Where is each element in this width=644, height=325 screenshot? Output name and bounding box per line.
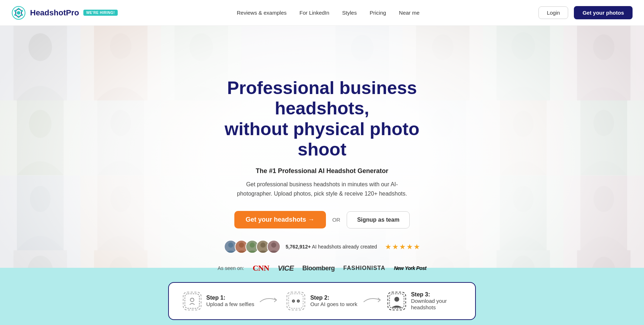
bloomberg-logo: Bloomberg <box>302 265 335 272</box>
navbar-right: Login Get your photos <box>538 6 633 19</box>
svg-point-7 <box>14 10 16 12</box>
star-3: ★ <box>399 242 406 251</box>
step-1: Step 1: Upload a few selfies <box>180 292 257 310</box>
step-2-text: Step 2: Our AI goes to work <box>310 295 357 307</box>
svg-point-70 <box>293 300 294 301</box>
step-arrow-1 <box>259 295 281 308</box>
cta-row: Get your headshots → OR Signup as team <box>208 211 436 228</box>
svg-rect-63 <box>185 294 199 309</box>
svg-point-73 <box>394 297 399 302</box>
step-1-text: Step 1: Upload a few selfies <box>206 295 254 307</box>
navbar-left: HeadshotPro WE'RE HIRING! <box>11 6 118 20</box>
svg-point-60 <box>250 242 255 247</box>
svg-point-71 <box>298 300 299 301</box>
main-nav: Reviews & examples For LinkedIn Styles P… <box>237 10 420 16</box>
or-label: OR <box>332 217 341 223</box>
star-rating: ★ ★ ★ ★ ★ <box>385 242 420 251</box>
social-proof: 5,762,912+ AI headshots already created … <box>208 240 436 253</box>
svg-point-59 <box>239 242 244 247</box>
svg-rect-67 <box>289 294 303 309</box>
nav-near-me[interactable]: Near me <box>399 10 420 16</box>
step-arrow-2 <box>363 295 385 308</box>
nav-linkedin[interactable]: For LinkedIn <box>299 10 329 16</box>
logo-icon <box>11 6 26 20</box>
step-3-icon <box>387 292 406 310</box>
svg-point-6 <box>14 14 16 16</box>
step-1-icon <box>183 292 201 310</box>
avatar-5 <box>267 240 280 253</box>
svg-point-4 <box>21 14 23 16</box>
get-headshots-button[interactable]: Get your headshots → <box>234 211 326 228</box>
star-2: ★ <box>392 242 399 251</box>
svg-rect-65 <box>191 299 191 299</box>
svg-point-62 <box>271 242 276 247</box>
logo-text: HeadshotPro <box>30 8 79 18</box>
hiring-badge: WE'RE HIRING! <box>83 10 118 16</box>
login-button[interactable]: Login <box>538 6 568 19</box>
fashionista-logo: FASHIONISTA <box>343 265 385 271</box>
vice-logo: VICE <box>278 264 294 272</box>
avatar-stack <box>224 240 280 253</box>
svg-point-5 <box>18 16 20 18</box>
nypost-logo: New York Post <box>394 265 426 271</box>
star-5: ★ <box>414 242 420 251</box>
get-photos-button[interactable]: Get your photos <box>574 6 633 19</box>
proof-text: 5,762,912+ AI headshots already created <box>286 244 377 250</box>
cnn-logo: CNN <box>253 264 269 273</box>
step-3: Step 3: Download your headshots <box>387 291 464 311</box>
hero-description: Get professional business headshots in m… <box>229 180 415 198</box>
nav-styles[interactable]: Styles <box>342 10 357 16</box>
step-3-text: Step 3: Download your headshots <box>411 291 464 311</box>
svg-point-2 <box>18 8 20 10</box>
steps-section: Step 1: Upload a few selfies <box>0 268 644 325</box>
svg-point-64 <box>190 298 194 302</box>
star-1: ★ <box>385 242 391 251</box>
step-2-icon <box>287 292 305 310</box>
svg-point-1 <box>17 11 20 15</box>
as-seen-row: As seen on: CNN VICE Bloomberg FASHIONIS… <box>208 264 436 273</box>
as-seen-label: As seen on: <box>218 265 244 271</box>
hero-content: Professional business headshots, without… <box>200 78 444 273</box>
svg-point-58 <box>228 242 233 247</box>
svg-point-3 <box>21 10 23 12</box>
hero-title: Professional business headshots, without… <box>208 78 436 160</box>
nav-reviews[interactable]: Reviews & examples <box>237 10 287 16</box>
hero-section: Professional business headshots, without… <box>0 26 644 325</box>
svg-rect-66 <box>192 299 193 299</box>
hero-subtitle: The #1 Professional AI Headshot Generato… <box>208 167 436 175</box>
signup-team-button[interactable]: Signup as team <box>347 211 410 228</box>
navbar: HeadshotPro WE'RE HIRING! Reviews & exam… <box>0 0 644 26</box>
nav-pricing[interactable]: Pricing <box>370 10 386 16</box>
steps-bar: Step 1: Upload a few selfies <box>168 282 476 320</box>
svg-point-61 <box>260 242 265 247</box>
step-2: Step 2: Our AI goes to work <box>284 292 360 310</box>
star-4: ★ <box>406 242 413 251</box>
